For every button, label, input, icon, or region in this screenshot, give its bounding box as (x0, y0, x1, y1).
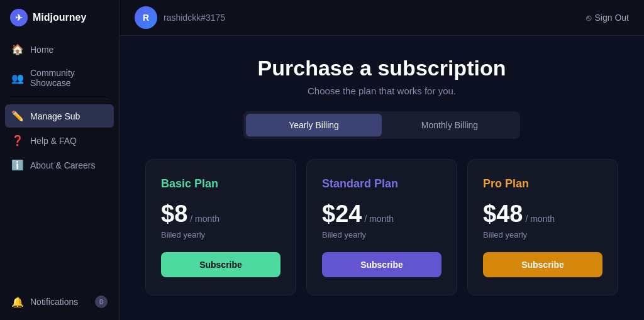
sidebar-item-label: Help & FAQ (30, 136, 77, 146)
page-title: Purchase a subscription (135, 56, 629, 80)
plan-name-standard: Standard Plan (322, 177, 441, 190)
signout-icon: ⎋ (586, 13, 591, 23)
header: R rashidckk#3175 ⎋ Sign Out (119, 0, 644, 36)
plan-price-row-pro: $48 / month (483, 201, 602, 228)
plan-card-pro: Pro Plan $48 / month Billed yearly Subsc… (467, 159, 618, 295)
notifications-label: Notifications (30, 297, 78, 307)
signout-label: Sign Out (595, 13, 629, 23)
sidebar-item-about-careers[interactable]: ℹ️ About & Careers (5, 153, 114, 177)
about-icon: ℹ️ (11, 159, 24, 171)
bell-icon: 🔔 (11, 296, 24, 308)
app-name: Midjourney (33, 12, 86, 23)
sidebar-item-home[interactable]: 🏠 Home (5, 38, 114, 61)
plan-price-basic: $8 (161, 201, 187, 228)
sidebar-item-label: Manage Sub (30, 111, 80, 121)
sidebar-item-label: Home (30, 45, 53, 55)
notification-badge: 0 (95, 295, 108, 308)
plan-period-basic: / month (190, 214, 219, 224)
plans-grid: Basic Plan $8 / month Billed yearly Subs… (135, 159, 629, 295)
home-icon: 🏠 (11, 43, 24, 55)
sidebar-item-label: Community Showcase (30, 68, 108, 88)
plan-name-basic: Basic Plan (161, 177, 280, 190)
plan-card-basic: Basic Plan $8 / month Billed yearly Subs… (145, 159, 296, 295)
manage-sub-icon: ✏️ (11, 110, 24, 122)
sidebar: ✈ Midjourney 🏠 Home 👥 Community Showcase… (0, 0, 119, 320)
page-header: Purchase a subscription Choose the plan … (135, 56, 629, 96)
billing-toggle: Yearly Billing Monthly Billing (135, 111, 629, 139)
monthly-billing-option[interactable]: Monthly Billing (382, 114, 518, 136)
sidebar-item-help-faq[interactable]: ❓ Help & FAQ (5, 129, 114, 152)
sidebar-item-community-showcase[interactable]: 👥 Community Showcase (5, 62, 114, 94)
page-subtitle: Choose the plan that works for you. (135, 86, 629, 96)
sign-out-button[interactable]: ⎋ Sign Out (586, 13, 629, 23)
sidebar-bottom: 🔔 Notifications 0 (0, 284, 119, 320)
plan-name-pro: Pro Plan (483, 177, 602, 190)
plan-period-pro: / month (525, 214, 555, 224)
sidebar-divider (10, 99, 109, 99)
community-icon: 👥 (11, 72, 24, 84)
avatar: R (135, 6, 157, 29)
sidebar-item-notifications[interactable]: 🔔 Notifications 0 (5, 290, 114, 314)
help-icon: ❓ (11, 135, 24, 146)
billing-toggle-inner: Yearly Billing Monthly Billing (243, 111, 520, 139)
main-content: R rashidckk#3175 ⎋ Sign Out Purchase a s… (119, 0, 644, 320)
plan-billed-pro: Billed yearly (483, 230, 602, 240)
plan-billed-basic: Billed yearly (161, 230, 280, 240)
content-area: Purchase a subscription Choose the plan … (119, 36, 644, 320)
plan-price-pro: $48 (483, 201, 523, 228)
sidebar-logo: ✈ Midjourney (0, 0, 119, 35)
header-user: R rashidckk#3175 (135, 6, 225, 29)
plan-price-row-standard: $24 / month (322, 201, 441, 228)
app-logo-icon: ✈ (10, 9, 28, 26)
plan-billed-standard: Billed yearly (322, 230, 441, 240)
sidebar-item-label: About & Careers (30, 160, 96, 170)
subscribe-standard-button[interactable]: Subscribe (322, 252, 441, 277)
subscribe-pro-button[interactable]: Subscribe (483, 252, 602, 277)
sidebar-item-manage-sub[interactable]: ✏️ Manage Sub (5, 104, 114, 128)
plan-price-standard: $24 (322, 201, 362, 228)
plan-card-standard: Standard Plan $24 / month Billed yearly … (306, 159, 457, 295)
yearly-billing-option[interactable]: Yearly Billing (246, 114, 382, 136)
plan-period-standard: / month (364, 214, 394, 224)
plan-price-row-basic: $8 / month (161, 201, 280, 228)
header-username: rashidckk#3175 (164, 13, 225, 23)
subscribe-basic-button[interactable]: Subscribe (161, 252, 280, 277)
sidebar-nav: 🏠 Home 👥 Community Showcase ✏️ Manage Su… (0, 35, 119, 284)
